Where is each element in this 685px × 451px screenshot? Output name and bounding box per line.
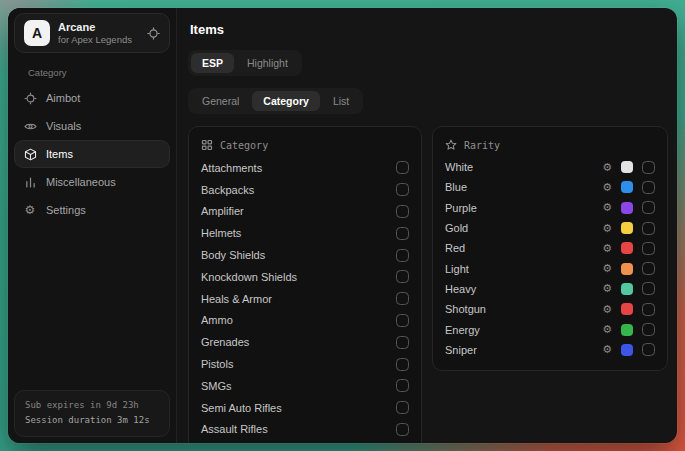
rarity-checkbox[interactable]: [642, 201, 655, 214]
rarity-checkbox[interactable]: [642, 282, 655, 295]
category-row: Assault Rifles: [201, 419, 409, 441]
mode-tab[interactable]: ESP: [191, 53, 234, 73]
rarity-row: Energy ⚙: [445, 319, 655, 339]
brand-title: Arcane: [58, 21, 132, 33]
category-checkbox[interactable]: [396, 205, 409, 218]
mode-tab[interactable]: Highlight: [236, 53, 299, 73]
app-window: A Arcane for Apex Legends Category Aimbo…: [8, 8, 677, 443]
rarity-label: Gold: [445, 222, 468, 234]
gear-icon[interactable]: ⚙: [602, 223, 612, 234]
target-icon[interactable]: [147, 27, 160, 40]
rarity-row: Heavy ⚙: [445, 279, 655, 299]
subscription-info-card: Sub expires in 9d 23h Session duration 3…: [14, 390, 170, 438]
category-panel-title: Category: [220, 140, 268, 151]
category-checkbox[interactable]: [396, 249, 409, 262]
brand-logo: A: [24, 20, 50, 46]
sidebar: A Arcane for Apex Legends Category Aimbo…: [8, 8, 177, 443]
view-tab[interactable]: General: [191, 91, 250, 111]
category-row: Ammo: [201, 310, 409, 332]
category-checkbox[interactable]: [396, 227, 409, 240]
sidebar-item[interactable]: Visuals: [14, 112, 170, 140]
category-label: Assault Rifles: [201, 423, 268, 435]
gear-icon[interactable]: ⚙: [602, 324, 612, 335]
category-label: Helmets: [201, 227, 241, 239]
rarity-label: Light: [445, 263, 469, 275]
rarity-row: Purple ⚙: [445, 198, 655, 218]
category-checkbox[interactable]: [396, 358, 409, 371]
eye-icon: [23, 120, 37, 133]
gear-icon[interactable]: ⚙: [602, 182, 612, 193]
rarity-checkbox[interactable]: [642, 242, 655, 255]
category-label: Heals & Armor: [201, 293, 272, 305]
color-swatch[interactable]: [621, 324, 633, 336]
rarity-label: White: [445, 161, 473, 173]
gear-icon[interactable]: ⚙: [602, 263, 612, 274]
color-swatch[interactable]: [621, 181, 633, 193]
sidebar-item-label: Items: [46, 148, 73, 160]
category-row: Body Shields: [201, 244, 409, 266]
rarity-checkbox[interactable]: [642, 161, 655, 174]
rarity-label: Shotgun: [445, 303, 486, 315]
gear-icon[interactable]: ⚙: [602, 344, 612, 355]
category-checkbox[interactable]: [396, 270, 409, 283]
sidebar-item[interactable]: Miscellaneous: [14, 168, 170, 196]
rarity-row: Light ⚙: [445, 258, 655, 278]
gear-icon[interactable]: ⚙: [602, 283, 612, 294]
category-checkbox[interactable]: [396, 401, 409, 414]
color-swatch[interactable]: [621, 303, 633, 315]
rarity-checkbox[interactable]: [642, 303, 655, 316]
rarity-checkbox[interactable]: [642, 222, 655, 235]
category-checkbox[interactable]: [396, 183, 409, 196]
category-row: Helmets: [201, 222, 409, 244]
color-swatch[interactable]: [621, 283, 633, 295]
sidebar-item[interactable]: ⚙ Settings: [14, 196, 170, 224]
category-row: Knockdown Shields: [201, 266, 409, 288]
gear-icon[interactable]: ⚙: [602, 243, 612, 254]
rarity-label: Red: [445, 242, 465, 254]
gear-icon: ⚙: [23, 204, 37, 216]
rarity-checkbox[interactable]: [642, 181, 655, 194]
category-checkbox[interactable]: [396, 423, 409, 436]
sidebar-item[interactable]: Aimbot: [14, 84, 170, 112]
category-checkbox[interactable]: [396, 379, 409, 392]
sidebar-nav: Aimbot Visuals Items Miscellaneous: [8, 84, 176, 224]
category-checkbox[interactable]: [396, 292, 409, 305]
columns-icon: [23, 176, 37, 189]
view-tab[interactable]: Category: [252, 91, 320, 111]
category-row: Backpacks: [201, 179, 409, 201]
rarity-row: Sniper ⚙: [445, 340, 655, 360]
color-swatch[interactable]: [621, 263, 633, 275]
color-swatch[interactable]: [621, 222, 633, 234]
category-row: Amplifier: [201, 201, 409, 223]
star-icon: [445, 139, 457, 151]
rarity-panel: Rarity White ⚙: [432, 126, 668, 371]
view-tabs: General Category List: [188, 88, 363, 114]
sidebar-item-label: Visuals: [46, 120, 81, 132]
gear-icon[interactable]: ⚙: [602, 202, 612, 213]
brand-subtitle: for Apex Legends: [58, 34, 132, 45]
category-checkbox[interactable]: [396, 161, 409, 174]
color-swatch[interactable]: [621, 202, 633, 214]
sidebar-item[interactable]: Items: [14, 140, 170, 168]
gear-icon[interactable]: ⚙: [602, 162, 612, 173]
rarity-label: Energy: [445, 324, 480, 336]
category-checkbox[interactable]: [396, 336, 409, 349]
view-tab[interactable]: List: [322, 91, 360, 111]
page-title: Items: [190, 22, 668, 37]
rarity-checkbox[interactable]: [642, 343, 655, 356]
color-swatch[interactable]: [621, 161, 633, 173]
color-swatch[interactable]: [621, 344, 633, 356]
brand-text: Arcane for Apex Legends: [58, 21, 132, 45]
gear-icon[interactable]: ⚙: [602, 304, 612, 315]
rarity-checkbox[interactable]: [642, 323, 655, 336]
rarity-row: Shotgun ⚙: [445, 299, 655, 319]
rarity-checkbox[interactable]: [642, 262, 655, 275]
category-checkbox[interactable]: [396, 314, 409, 327]
category-row: Grenades: [201, 331, 409, 353]
color-swatch[interactable]: [621, 242, 633, 254]
brand-card: A Arcane for Apex Legends: [14, 13, 170, 53]
category-row: Pistols: [201, 353, 409, 375]
category-row: Attachments: [201, 157, 409, 179]
category-label: Amplifier: [201, 205, 244, 217]
category-label: Attachments: [201, 162, 262, 174]
